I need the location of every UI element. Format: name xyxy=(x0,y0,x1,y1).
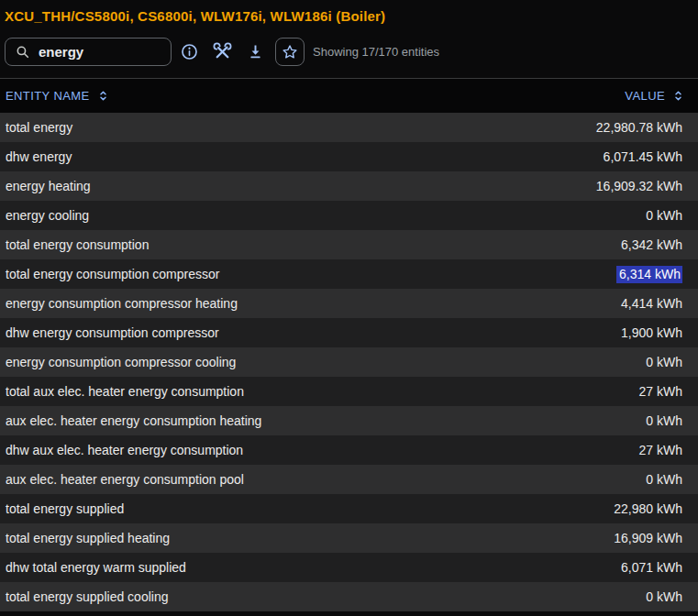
entity-name: energy heating xyxy=(6,179,91,193)
entity-value: 0 kWh xyxy=(646,413,682,428)
entity-value: 0 kWh xyxy=(646,472,682,487)
table-row[interactable]: total energy supplied cooling 0 kWh xyxy=(0,582,698,611)
table-body: total energy 22,980.78 kWh dhw energy 6,… xyxy=(0,113,698,611)
column-header-entity-name[interactable]: ENTITY NAME xyxy=(6,89,110,103)
entity-name: total energy consumption xyxy=(6,237,149,252)
table-row[interactable]: dhw total energy warm supplied 6,071 kWh xyxy=(0,553,698,582)
entity-name: total energy supplied cooling xyxy=(6,589,168,604)
search-input[interactable] xyxy=(39,44,158,60)
toolbar: Showing 17/170 entities xyxy=(5,38,698,66)
table-row[interactable]: dhw energy 6,071.45 kWh xyxy=(0,142,698,171)
entity-name: energy cooling xyxy=(6,208,89,223)
table-row[interactable]: energy cooling 0 kWh xyxy=(0,201,698,230)
table-row[interactable]: dhw aux elec. heater energy consumption … xyxy=(0,435,698,465)
table-row[interactable]: aux elec. heater energy consumption heat… xyxy=(0,406,698,435)
entity-name: dhw total energy warm supplied xyxy=(6,560,186,575)
entity-value: 6,071 kWh xyxy=(621,560,682,575)
table-row[interactable]: total energy 22,980.78 kWh xyxy=(0,113,698,142)
value-column-label: VALUE xyxy=(625,89,665,103)
star-icon xyxy=(281,43,299,61)
entity-name: energy consumption compressor cooling xyxy=(6,355,236,369)
entity-name-column-label: ENTITY NAME xyxy=(6,89,90,103)
table-header: ENTITY NAME VALUE xyxy=(0,78,698,113)
entity-value: 16,909.32 kWh xyxy=(596,179,682,193)
entity-value: 6,314 kWh xyxy=(616,266,682,283)
entity-value: 0 kWh xyxy=(646,355,682,369)
entity-value: 4,414 kWh xyxy=(621,296,682,311)
info-icon xyxy=(180,42,199,61)
entity-name: total aux elec. heater energy consumptio… xyxy=(6,384,244,399)
table-row[interactable]: dhw energy consumption compressor 1,900 … xyxy=(0,318,698,347)
entity-name: total energy consumption compressor xyxy=(6,267,219,281)
entity-value: 27 kWh xyxy=(639,384,682,399)
entity-name: aux elec. heater energy consumption heat… xyxy=(6,413,261,428)
entity-name: total energy supplied xyxy=(6,501,124,516)
table-row[interactable]: total energy consumption compressor 6,31… xyxy=(0,259,698,289)
entity-value: 0 kWh xyxy=(646,208,682,223)
sort-icon xyxy=(671,89,685,103)
table-row[interactable]: aux elec. heater energy consumption pool… xyxy=(0,465,698,494)
table-row[interactable]: total energy supplied 22,980 kWh xyxy=(0,494,698,523)
entity-value: 27 kWh xyxy=(639,443,682,457)
entity-name: total energy xyxy=(6,120,72,135)
favorite-button[interactable] xyxy=(275,38,305,66)
entity-value: 6,071.45 kWh xyxy=(604,149,682,164)
table-row[interactable]: total energy consumption 6,342 kWh xyxy=(0,230,698,259)
column-header-value[interactable]: VALUE xyxy=(625,89,685,103)
entity-value: 0 kWh xyxy=(646,589,682,604)
entity-value: 22,980.78 kWh xyxy=(596,120,682,135)
entity-name: dhw energy xyxy=(6,149,72,164)
info-button[interactable] xyxy=(178,41,200,63)
entity-value: 16,909 kWh xyxy=(614,531,682,545)
entity-name: dhw aux elec. heater energy consumption xyxy=(6,443,243,457)
entity-value: 6,342 kWh xyxy=(621,237,682,252)
table-row[interactable]: total energy supplied heating 16,909 kWh xyxy=(0,523,698,553)
entity-name: dhw energy consumption compressor xyxy=(6,325,219,340)
page-title: XCU_THH/CS5800i, CS6800i, WLW176i, WLW18… xyxy=(5,8,698,25)
sort-icon xyxy=(96,89,110,103)
tools-button[interactable] xyxy=(211,41,233,63)
entity-count-status: Showing 17/170 entities xyxy=(313,45,439,59)
entity-value: 22,980 kWh xyxy=(614,501,682,516)
search-icon xyxy=(15,44,30,60)
download-button[interactable] xyxy=(244,41,266,63)
download-icon xyxy=(246,42,265,61)
entity-value: 1,900 kWh xyxy=(621,325,682,340)
table-row[interactable]: energy heating 16,909.32 kWh xyxy=(0,171,698,201)
search-box[interactable] xyxy=(5,38,172,66)
table-row[interactable]: total aux elec. heater energy consumptio… xyxy=(0,377,698,406)
entity-name: energy consumption compressor heating xyxy=(6,296,238,311)
tools-icon xyxy=(213,42,232,61)
entity-name: aux elec. heater energy consumption pool xyxy=(6,472,244,487)
table-row[interactable]: energy consumption compressor cooling 0 … xyxy=(0,347,698,377)
entity-name: total energy supplied heating xyxy=(6,531,170,545)
table-row[interactable]: energy consumption compressor heating 4,… xyxy=(0,289,698,318)
